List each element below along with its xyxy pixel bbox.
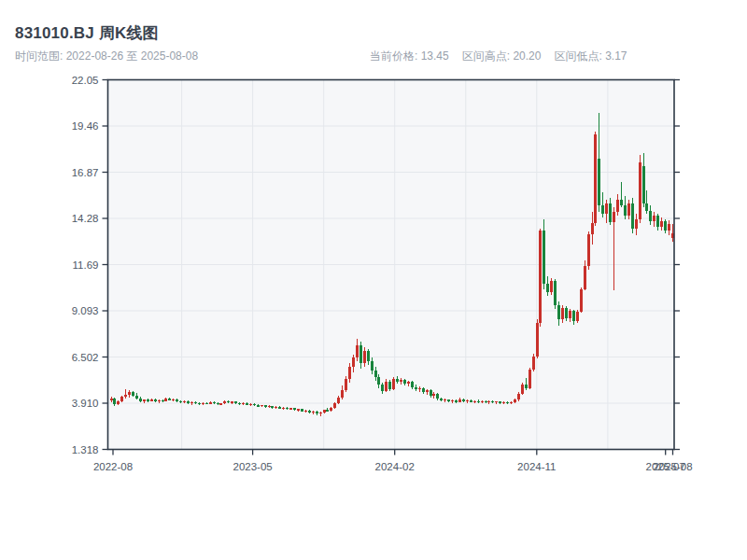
candle-body bbox=[253, 404, 256, 406]
candle-body bbox=[546, 284, 549, 293]
candle-body bbox=[231, 401, 233, 402]
candle-body bbox=[316, 412, 318, 413]
x-tick-label: 2023-05 bbox=[233, 461, 272, 472]
candle-body bbox=[426, 390, 429, 392]
candle-body bbox=[312, 412, 315, 413]
range-high-value: 20.20 bbox=[513, 49, 541, 63]
candle-body bbox=[374, 371, 377, 378]
candle-body bbox=[209, 402, 212, 404]
time-range-value: 2022-08-26 至 2025-08-08 bbox=[66, 49, 198, 63]
candle-body bbox=[660, 221, 663, 227]
candle-body bbox=[455, 400, 458, 402]
candle-body bbox=[613, 212, 615, 222]
candle-body bbox=[642, 166, 645, 203]
time-range-label: 时间范围: bbox=[15, 49, 63, 63]
candle-body bbox=[381, 385, 384, 391]
candle-body bbox=[436, 394, 439, 399]
candle-body bbox=[444, 399, 446, 400]
candle-body bbox=[400, 380, 402, 382]
candle-body bbox=[466, 400, 469, 401]
candle-body bbox=[132, 392, 134, 396]
candle-body bbox=[289, 408, 292, 409]
candle-body bbox=[213, 402, 216, 403]
candle-body bbox=[179, 401, 182, 402]
candle-body bbox=[645, 203, 648, 211]
candle-body bbox=[359, 345, 362, 363]
candle-body bbox=[584, 266, 586, 289]
candle-body bbox=[561, 308, 564, 319]
candle-body bbox=[202, 403, 204, 405]
candle-body bbox=[432, 394, 435, 396]
candle-body bbox=[271, 406, 274, 408]
candle-body bbox=[499, 401, 501, 403]
candle-body bbox=[337, 398, 340, 403]
candle-body bbox=[249, 404, 252, 405]
candle-body bbox=[506, 402, 509, 403]
candle-body bbox=[572, 311, 575, 321]
candle-body bbox=[162, 400, 164, 401]
candle-body bbox=[124, 395, 127, 397]
candle-body bbox=[113, 399, 116, 404]
subtitle-row: 时间范围: 2022-08-26 至 2025-08-08 当前价格: 13.4… bbox=[15, 49, 734, 64]
candle-body bbox=[385, 382, 388, 391]
candle-body bbox=[164, 399, 167, 401]
time-range-text: 时间范围: 2022-08-26 至 2025-08-08 bbox=[15, 49, 198, 64]
candle-body bbox=[293, 408, 296, 410]
candle-body bbox=[110, 399, 113, 400]
candle-body bbox=[297, 409, 300, 410]
candle-body bbox=[576, 312, 579, 321]
y-tick-label: 16.87 bbox=[72, 167, 99, 178]
candle-body bbox=[639, 162, 641, 219]
candle-body bbox=[234, 401, 237, 403]
candle-body bbox=[308, 411, 311, 413]
range-high-stat: 区间高点: 20.20 bbox=[462, 49, 542, 63]
candle-body bbox=[242, 403, 245, 404]
candle-body bbox=[348, 367, 351, 379]
candle-body bbox=[594, 134, 597, 223]
candle-body bbox=[532, 357, 535, 369]
candle-body bbox=[403, 380, 406, 384]
candle-body bbox=[491, 401, 494, 403]
candle-body bbox=[430, 390, 432, 396]
candle-body bbox=[147, 399, 149, 400]
range-low-stat: 区间低点: 3.17 bbox=[554, 49, 627, 63]
candle-body bbox=[323, 410, 326, 413]
candle-body bbox=[205, 403, 208, 404]
candle-body bbox=[529, 370, 531, 388]
candle-body bbox=[396, 379, 399, 382]
candle-body bbox=[620, 200, 623, 205]
candle-body bbox=[543, 231, 545, 283]
candle-body bbox=[418, 388, 421, 390]
candle-body bbox=[176, 399, 178, 401]
candle-body bbox=[150, 399, 153, 401]
candle-body bbox=[514, 399, 516, 402]
candle-body bbox=[462, 399, 465, 401]
candle-body bbox=[356, 345, 359, 357]
candle-body bbox=[264, 405, 267, 407]
x-tick-label: 2024-02 bbox=[375, 461, 415, 472]
candle-body bbox=[407, 382, 410, 384]
candle-body bbox=[656, 216, 659, 226]
candle-body bbox=[257, 405, 260, 406]
candle-body bbox=[341, 390, 344, 398]
candle-body bbox=[605, 203, 608, 214]
candle-body bbox=[286, 408, 289, 410]
candle-body bbox=[227, 401, 230, 402]
kline-chart-page: 831010.BJ 周K线图 时间范围: 2022-08-26 至 2025-0… bbox=[0, 0, 747, 560]
candle-body bbox=[627, 203, 630, 216]
y-tick-label: 19.46 bbox=[72, 120, 99, 132]
candle-body bbox=[487, 401, 490, 402]
price-stats: 当前价格: 13.45区间高点: 20.20区间低点: 3.17 bbox=[370, 49, 640, 64]
candle-body bbox=[624, 205, 627, 216]
candle-body bbox=[631, 203, 634, 229]
candle-body bbox=[473, 401, 476, 402]
candle-body bbox=[525, 385, 528, 388]
candle-body bbox=[377, 377, 380, 385]
candle-body bbox=[635, 219, 638, 229]
candle-body bbox=[120, 397, 123, 400]
candle-body bbox=[598, 159, 600, 205]
candle-body bbox=[668, 224, 670, 231]
candle-body bbox=[521, 385, 524, 394]
candle-body bbox=[601, 205, 604, 215]
candle-body bbox=[554, 281, 557, 305]
